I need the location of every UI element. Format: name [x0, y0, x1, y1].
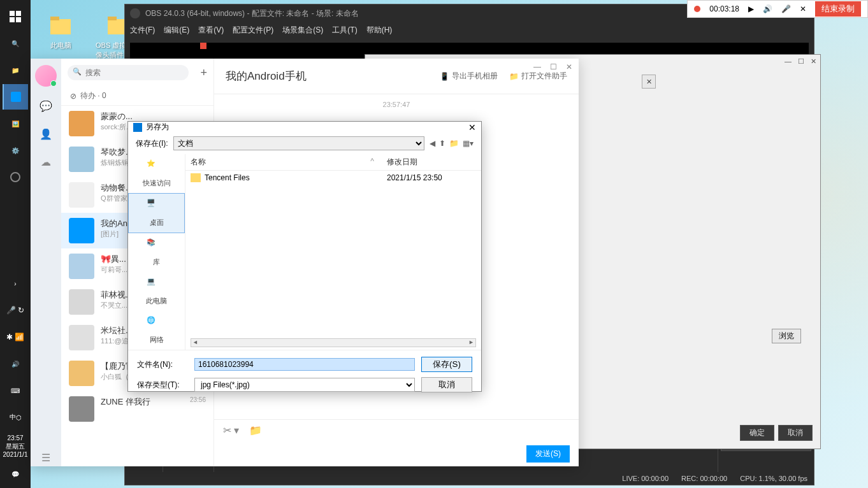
folder-icon — [48, 13, 73, 38]
file-row[interactable]: Tencent Files 2021/1/15 23:50 — [185, 171, 481, 185]
filetype-label: 保存类型(T): — [137, 380, 188, 391]
views-icon[interactable]: ▦▾ — [463, 139, 474, 148]
search-input[interactable] — [68, 65, 189, 80]
dlg-max-icon[interactable]: ☐ — [798, 57, 804, 66]
selection-handle[interactable] — [200, 43, 206, 49]
windows-taskbar: 🔍 📁 🖼️ ⚙️ › 🎤 ↻ ✱ 📶 🔊 ⌨ 中 ⬡ 23:57 星期五 20… — [0, 0, 31, 488]
tray-mic-icon[interactable]: 🎤 ↻ — [3, 298, 28, 323]
chat-title: 我的Android手机 — [226, 69, 307, 83]
places-bar: ⭐快速访问 🖥️桌面 📚库 💻此电脑 🌐网络 — [128, 154, 185, 350]
tray-notifications-icon[interactable]: 💬 — [3, 461, 28, 487]
saveas-close-icon[interactable]: ✕ — [468, 122, 476, 133]
lookin-label: 保存在(I): — [136, 138, 168, 149]
task-photos-icon[interactable]: 🖼️ — [3, 111, 28, 136]
saveas-title: 另存为 — [146, 122, 169, 133]
desktop-icon-thispc[interactable]: 此电脑 — [38, 13, 83, 60]
rec-mic-icon[interactable]: 🎤 — [781, 4, 791, 13]
task-app1-icon[interactable] — [3, 84, 28, 110]
tray-volume-icon[interactable]: 🔊 — [3, 351, 28, 377]
obs-ok-button[interactable]: 确定 — [740, 425, 774, 441]
taskbar-clock[interactable]: 23:57 星期五 2021/1/1 — [3, 431, 28, 461]
tray-up-icon[interactable]: › — [3, 271, 28, 296]
tray-keyboard-icon[interactable]: ⌨ — [3, 378, 28, 403]
menu-tools[interactable]: 工具(T) — [332, 25, 357, 36]
chat-timestamp: 23:57:47 — [214, 94, 579, 115]
obs-statusbar: LIVE: 00:00:00 REC: 00:00:00 CPU: 1.1%, … — [125, 472, 814, 485]
rec-volume-icon[interactable]: 🔊 — [763, 4, 772, 13]
menu-help[interactable]: 帮助(H) — [366, 25, 393, 36]
export-album-button[interactable]: 📱 导出手机相册 — [440, 71, 498, 82]
rec-pause-icon[interactable]: ▶ — [748, 4, 754, 13]
recording-toolbar: 00:03:18 ▶ 🔊 🎤 ✕ 结束录制 — [687, 0, 868, 18]
obs-cancel-button[interactable]: 取消 — [778, 425, 813, 441]
col-name[interactable]: 名称 — [191, 157, 370, 168]
task-explorer-icon[interactable]: 📁 — [3, 57, 28, 83]
chat-tab-icon[interactable]: 💬 — [37, 97, 55, 115]
save-as-dialog: 另存为 ✕ 保存在(I): 文档 ◀ ⬆ 📁 ▦▾ ⭐快速访问 🖥️桌面 📚库 … — [127, 121, 482, 392]
svg-rect-3 — [16, 17, 21, 22]
place-network[interactable]: 🌐网络 — [128, 311, 185, 350]
task-settings-icon[interactable]: ⚙️ — [3, 138, 28, 163]
place-quick[interactable]: ⭐快速访问 — [128, 154, 185, 193]
cut-icon[interactable]: ✂ ▾ — [223, 424, 239, 436]
task-obs-icon[interactable] — [3, 164, 28, 190]
dlg-min-icon[interactable]: — — [785, 57, 792, 66]
horizontal-scrollbar[interactable] — [191, 338, 476, 347]
menu-icon[interactable]: ☰ — [37, 449, 55, 466]
filetype-select[interactable]: jpg Files(*.jpg) — [194, 378, 415, 392]
rec-close-icon[interactable]: ✕ — [800, 4, 806, 13]
col-date[interactable]: 修改日期 — [387, 157, 476, 168]
user-avatar[interactable] — [35, 65, 57, 87]
save-icon — [133, 123, 142, 132]
cancel-button[interactable]: 取消 — [421, 377, 472, 392]
fav-tab-icon[interactable]: ☁ — [37, 153, 55, 171]
obs-menubar: 文件(F) 编辑(E) 查看(V) 配置文件(P) 场景集合(S) 工具(T) … — [125, 22, 814, 38]
todo-row[interactable]: ⊘ 待办 · 0 — [61, 87, 213, 106]
tray-ime[interactable]: 中 ⬡ — [3, 405, 28, 430]
menu-view[interactable]: 查看(V) — [198, 25, 224, 36]
dlg-close-icon[interactable]: ✕ — [811, 57, 816, 66]
lookin-select[interactable]: 文档 — [173, 136, 424, 150]
place-thispc[interactable]: 💻此电脑 — [128, 272, 185, 311]
svg-rect-4 — [50, 19, 71, 34]
add-icon[interactable]: + — [200, 66, 207, 80]
svg-rect-5 — [50, 17, 59, 20]
save-button[interactable]: 保存(S) — [421, 357, 472, 372]
menu-scenecoll[interactable]: 场景集合(S) — [282, 25, 323, 36]
filename-input[interactable] — [194, 358, 415, 371]
place-libraries[interactable]: 📚库 — [128, 233, 185, 272]
obs-logo-icon — [130, 8, 140, 18]
qq-sidebar: 💬 👤 ☁ ☰ — [31, 59, 61, 466]
open-file-helper-button[interactable]: 📁 打开文件助手 — [509, 71, 567, 82]
svg-rect-7 — [108, 17, 117, 20]
svg-rect-2 — [10, 17, 15, 22]
menu-profile[interactable]: 配置文件(P) — [233, 25, 273, 36]
qq-max-icon[interactable]: ☐ — [550, 62, 557, 71]
contacts-tab-icon[interactable]: 👤 — [37, 125, 55, 143]
browse-button[interactable]: 浏览 — [772, 329, 801, 343]
qq-close-icon[interactable]: ✕ — [566, 62, 572, 71]
menu-edit[interactable]: 编辑(E) — [164, 25, 189, 36]
back-icon[interactable]: ◀ — [430, 139, 435, 148]
folder-icon[interactable]: 📁 — [249, 424, 262, 436]
send-button[interactable]: 发送(S) — [526, 445, 570, 463]
newfolder-icon[interactable]: 📁 — [449, 139, 459, 148]
menu-file[interactable]: 文件(F) — [130, 25, 155, 36]
folder-icon — [191, 173, 201, 182]
place-desktop[interactable]: 🖥️桌面 — [128, 193, 185, 233]
svg-rect-0 — [10, 11, 15, 16]
filename-label: 文件名(N): — [137, 359, 188, 370]
task-search-icon[interactable]: 🔍 — [3, 31, 28, 56]
record-time: 00:03:18 — [709, 4, 739, 13]
start-button[interactable] — [3, 4, 28, 29]
qq-min-icon[interactable]: — — [533, 62, 541, 71]
stop-record-button[interactable]: 结束录制 — [815, 1, 861, 17]
chat-toolbar: ✂ ▾ 📁 — [214, 419, 579, 441]
tray-app-icon[interactable]: ✱ 📶 — [3, 324, 28, 350]
record-indicator-icon — [694, 6, 700, 12]
obs-props-close-icon[interactable]: ✕ — [642, 75, 656, 89]
svg-rect-1 — [16, 11, 21, 16]
up-icon[interactable]: ⬆ — [439, 139, 445, 148]
